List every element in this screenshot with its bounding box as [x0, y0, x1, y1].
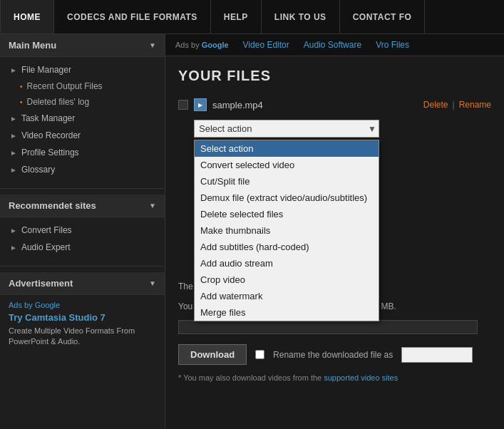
- action-separator: |: [453, 100, 455, 110]
- bullet-icon: •: [20, 98, 23, 106]
- advertisement-arrow-icon: ▼: [149, 279, 156, 287]
- arrow-right-icon: ►: [10, 149, 17, 157]
- divider: [0, 188, 165, 189]
- file-type-icon: ▶: [194, 98, 207, 111]
- ads-link-video-editor[interactable]: Video Editor: [243, 40, 289, 50]
- rename-input[interactable]: [401, 347, 473, 363]
- recommended-label: Recommendet sites: [9, 200, 96, 211]
- ad-body: Create Multiple Video Formats From Power…: [9, 326, 156, 348]
- sidebar-item-label: File Manager: [21, 65, 71, 75]
- nav-home[interactable]: HOME: [0, 0, 54, 33]
- arrow-right-icon: ►: [10, 244, 17, 252]
- dropdown-item-make-thumbnails[interactable]: Make thumbnails: [195, 222, 379, 239]
- download-area: Download Rename the downloaded file as: [178, 344, 491, 365]
- ads-link-vro-files[interactable]: Vro Files: [376, 40, 409, 50]
- ad-title[interactable]: Try Camtasia Studio 7: [9, 312, 156, 323]
- top-navigation: HOME CODECS AND FILE FORMATS HELP LINK T…: [0, 0, 504, 34]
- arrow-right-icon: ►: [10, 115, 17, 123]
- sidebar-item-label: Profile Settings: [21, 148, 79, 157]
- arrow-right-icon: ►: [10, 166, 17, 174]
- sidebar-item-label: Video Recorder: [21, 130, 81, 140]
- rename-label: Rename the downloaded file as: [273, 350, 393, 360]
- arrow-right-icon: ►: [10, 132, 17, 140]
- sidebar-item-file-manager[interactable]: ► File Manager: [0, 61, 165, 78]
- nav-codecs[interactable]: CODECS AND FILE FORMATS: [54, 0, 211, 33]
- advertisement-section: Ads by Google Try Camtasia Studio 7 Crea…: [0, 295, 165, 353]
- sidebar-main-menu-header[interactable]: Main Menu ▼: [0, 34, 165, 57]
- dropdown-item-add-audio[interactable]: Add audio stream: [195, 255, 379, 272]
- sidebar-item-profile-settings[interactable]: ► Profile Settings: [0, 144, 165, 161]
- sidebar-recommended-menu: ► Convert Files ► Audio Expert: [0, 217, 165, 260]
- recommended-arrow-icon: ▼: [149, 202, 156, 210]
- files-content: YOUR FILES ▶ sample.mp4 Delete | Rename …: [165, 56, 504, 393]
- file-row: ▶ sample.mp4 Delete | Rename: [178, 98, 491, 111]
- sidebar-item-label: Glossary: [21, 165, 55, 175]
- supported-sites-row: * You may also download videos from the …: [178, 373, 491, 382]
- select-action-display[interactable]: Select action: [194, 120, 379, 138]
- sidebar-main-menu: ► File Manager • Recent Output Files • D…: [0, 57, 165, 182]
- sidebar: Main Menu ▼ ► File Manager • Recent Outp…: [0, 34, 165, 429]
- main-menu-label: Main Menu: [9, 40, 56, 51]
- ads-bar: Ads by Google Video Editor Audio Softwar…: [165, 34, 504, 56]
- advertisement-label: Advertisement: [9, 278, 73, 289]
- nav-contact[interactable]: CONTACT FO: [340, 0, 426, 33]
- sidebar-recommended-header[interactable]: Recommendet sites ▼: [0, 195, 165, 217]
- ads-by-label: Ads by Google: [9, 301, 156, 309]
- dropdown-item-crop-video[interactable]: Crop video: [195, 272, 379, 288]
- dropdown-item-delete-files[interactable]: Delete selected files: [195, 206, 379, 222]
- dropdown-item-select-action[interactable]: Select action: [195, 140, 379, 157]
- file-actions: Delete | Rename: [423, 100, 491, 110]
- upload-area: [178, 320, 491, 334]
- content-area: Ads by Google Video Editor Audio Softwar…: [165, 34, 504, 429]
- dropdown-item-merge-files[interactable]: Merge files: [195, 304, 379, 321]
- sidebar-item-task-manager[interactable]: ► Task Manager: [0, 110, 165, 127]
- supported-sites-link[interactable]: supported video sites: [324, 373, 398, 382]
- sidebar-item-label: Audio Expert: [21, 242, 71, 252]
- file-checkbox[interactable]: [178, 100, 188, 110]
- nav-link-to-us[interactable]: LINK TO US: [262, 0, 340, 33]
- sidebar-item-glossary[interactable]: ► Glossary: [0, 161, 165, 178]
- sidebar-item-recent-output[interactable]: • Recent Output Files: [0, 78, 165, 94]
- supported-sites-text: * You may also download videos from the: [178, 373, 322, 382]
- action-dropdown-section: Select action ▼ Select action Convert se…: [194, 120, 491, 138]
- sidebar-item-label: Deleted files' log: [27, 97, 90, 107]
- dropdown-item-add-watermark[interactable]: Add watermark: [195, 288, 379, 304]
- download-button[interactable]: Download: [178, 344, 247, 365]
- delete-link[interactable]: Delete: [423, 100, 448, 110]
- dropdown-menu: Select action Convert selected video Cut…: [194, 140, 379, 321]
- sidebar-item-video-recorder[interactable]: ► Video Recorder: [0, 127, 165, 144]
- bullet-icon: •: [20, 83, 23, 91]
- upload-progress-bar: [178, 320, 478, 334]
- sidebar-item-audio-expert[interactable]: ► Audio Expert: [0, 239, 165, 256]
- arrow-right-icon: ►: [10, 66, 17, 74]
- arrow-right-icon: ►: [10, 227, 17, 234]
- rename-link[interactable]: Rename: [459, 100, 491, 110]
- sidebar-item-label: Recent Output Files: [27, 81, 103, 91]
- file-name: sample.mp4: [212, 100, 418, 110]
- dropdown-item-add-subtitles[interactable]: Add subtitles (hard-coded): [195, 239, 379, 255]
- ads-by-google: Ads by Google: [175, 41, 229, 49]
- dropdown-item-convert-video[interactable]: Convert selected video: [195, 157, 379, 173]
- sidebar-advertisement-header[interactable]: Advertisement ▼: [0, 272, 165, 295]
- sidebar-item-label: Convert Files: [21, 225, 72, 235]
- nav-help[interactable]: HELP: [211, 0, 262, 33]
- page-title: YOUR FILES: [178, 68, 491, 84]
- select-wrapper: Select action ▼: [194, 120, 379, 138]
- dropdown-item-demux[interactable]: Demux file (extract video/audio/subtitle…: [195, 190, 379, 206]
- sidebar-item-convert-files[interactable]: ► Convert Files: [0, 222, 165, 239]
- sidebar-item-deleted-files[interactable]: • Deleted files' log: [0, 94, 165, 110]
- dropdown-item-cut-split[interactable]: Cut/Split file: [195, 173, 379, 190]
- rename-checkbox[interactable]: [255, 350, 264, 359]
- main-layout: Main Menu ▼ ► File Manager • Recent Outp…: [0, 34, 504, 429]
- main-menu-arrow-icon: ▼: [149, 41, 156, 49]
- ads-link-audio-software[interactable]: Audio Software: [304, 40, 361, 50]
- sidebar-item-label: Task Manager: [21, 113, 75, 123]
- divider: [0, 266, 165, 267]
